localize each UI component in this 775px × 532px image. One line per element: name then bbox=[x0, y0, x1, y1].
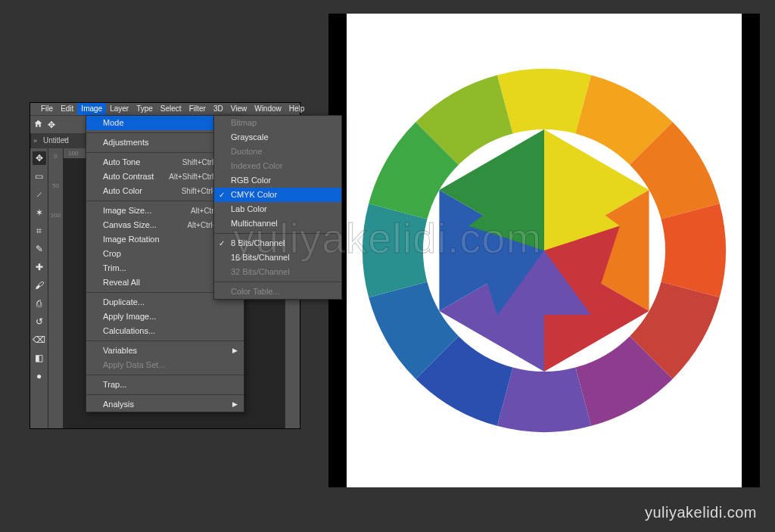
menu-3d[interactable]: 3D bbox=[210, 103, 227, 115]
tab-prev-icon[interactable]: » bbox=[30, 133, 37, 148]
menu-layer[interactable]: Layer bbox=[106, 103, 132, 115]
ruler-tick: 0 bbox=[54, 153, 57, 160]
move-tool-icon[interactable]: ✥ bbox=[33, 151, 46, 165]
canvas-background bbox=[347, 14, 742, 487]
menu-item-apply-data-set: Apply Data Set... bbox=[86, 358, 244, 372]
stamp-tool-icon[interactable]: ⎙ bbox=[33, 297, 46, 310]
home-icon[interactable] bbox=[33, 118, 43, 132]
menu-item-calculations[interactable]: Calculations... bbox=[86, 324, 244, 338]
menu-item-lab-color[interactable]: Lab Color bbox=[214, 202, 341, 216]
brush-tool-icon[interactable]: 🖌 bbox=[33, 278, 46, 292]
menu-item-bitmap: Bitmap bbox=[214, 116, 341, 130]
submenu-arrow-icon: ▶ bbox=[232, 399, 238, 410]
menu-item-apply-image[interactable]: Apply Image... bbox=[86, 310, 244, 324]
menu-item-indexed-color: Indexed Color bbox=[214, 159, 341, 173]
menu-type[interactable]: Type bbox=[132, 103, 157, 115]
eraser-tool-icon[interactable]: ⌫ bbox=[33, 333, 46, 347]
mode-submenu: Bitmap Grayscale Duotone Indexed Color R… bbox=[213, 115, 342, 300]
history-brush-icon[interactable]: ↺ bbox=[33, 315, 46, 328]
heal-tool-icon[interactable]: ✚ bbox=[33, 260, 46, 274]
menu-item-color-table: Color Table... bbox=[214, 285, 341, 299]
menu-item-grayscale[interactable]: Grayscale bbox=[214, 130, 341, 145]
submenu-arrow-icon: ▶ bbox=[232, 345, 238, 356]
crop-tool-icon[interactable]: ⌗ bbox=[33, 224, 46, 238]
gradient-tool-icon[interactable]: ◧ bbox=[33, 351, 46, 365]
ruler-tick: 100 bbox=[51, 212, 61, 219]
menu-bar: File Edit Image Layer Type Select Filter… bbox=[30, 103, 300, 115]
marquee-tool-icon[interactable]: ▭ bbox=[33, 170, 46, 183]
ruler-tick: 50 bbox=[52, 182, 59, 189]
color-wheel-icon bbox=[355, 61, 733, 440]
menu-edit[interactable]: Edit bbox=[57, 103, 77, 115]
menu-window[interactable]: Window bbox=[251, 103, 285, 115]
menu-item-32bits: 32 Bits/Channel bbox=[214, 265, 341, 279]
collapse-chevron-icon[interactable]: » bbox=[64, 135, 67, 143]
menu-select[interactable]: Select bbox=[157, 103, 185, 115]
eyedropper-tool-icon[interactable]: ✎ bbox=[33, 242, 46, 256]
tool-palette: ✥ ▭ ⟋ ✶ ⌗ ✎ ✚ 🖌 ⎙ ↺ ⌫ ◧ ● bbox=[30, 148, 48, 428]
menu-image[interactable]: Image bbox=[77, 103, 106, 115]
lasso-tool-icon[interactable]: ⟋ bbox=[33, 188, 46, 201]
wand-tool-icon[interactable]: ✶ bbox=[33, 206, 46, 219]
color-wheel-document bbox=[328, 14, 760, 487]
menu-file[interactable]: File bbox=[37, 103, 57, 115]
menu-item-variables[interactable]: Variables▶ bbox=[86, 344, 244, 358]
menu-item-trap[interactable]: Trap... bbox=[86, 378, 244, 392]
menu-filter[interactable]: Filter bbox=[185, 103, 210, 115]
menu-item-16bits[interactable]: 16 Bits/Channel bbox=[214, 250, 341, 265]
menu-item-8bits[interactable]: ✓8 Bits/Channel bbox=[214, 236, 341, 250]
check-icon: ✓ bbox=[219, 238, 225, 249]
tab-untitled[interactable]: Untitled bbox=[37, 133, 75, 148]
menu-help[interactable]: Help bbox=[285, 103, 309, 115]
blur-tool-icon[interactable]: ● bbox=[33, 369, 46, 383]
menu-item-duotone: Duotone bbox=[214, 145, 341, 159]
menu-item-rgb-color[interactable]: RGB Color bbox=[214, 173, 341, 188]
check-icon: ✓ bbox=[219, 189, 225, 201]
watermark-corner: yuliyakelidi.com bbox=[645, 504, 757, 521]
move-tool-icon[interactable]: ✥ bbox=[48, 120, 55, 130]
menu-item-analysis[interactable]: Analysis▶ bbox=[86, 397, 244, 412]
menu-item-multichannel[interactable]: Multichannel bbox=[214, 216, 341, 231]
menu-item-cmyk-color[interactable]: ✓CMYK Color bbox=[214, 188, 341, 202]
menu-view[interactable]: View bbox=[227, 103, 251, 115]
vertical-ruler: 0 50 100 bbox=[48, 148, 64, 428]
